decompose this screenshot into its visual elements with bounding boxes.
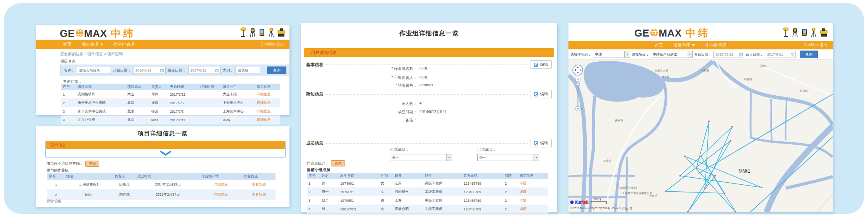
map-canvas[interactable]: 轨迹1 尚家湾大桥 渔光路 叶春村 马桥村 金星村 吴家甸 周家浜 央市圩 长兴… xyxy=(568,60,833,212)
table-link[interactable]: 详情 xyxy=(518,205,548,214)
table-cell: 周一 xyxy=(320,188,339,196)
type-input[interactable] xyxy=(237,68,259,73)
dropdown-arrow-icon: ▾ xyxy=(687,51,692,58)
promo-canvas: GEMAX 中纬 首页 项目管理 作业组管理 GeoMax 退出 您当前的位置：… xyxy=(0,0,868,217)
column-header: 项目名称 xyxy=(76,84,126,90)
table-link[interactable]: 详情 xyxy=(518,188,548,196)
select-value: 孙一 xyxy=(478,155,534,160)
search-button[interactable]: 查询 xyxy=(267,66,286,74)
calendar-icon[interactable] xyxy=(791,52,794,57)
table-link[interactable]: 详细信息 xyxy=(255,90,280,99)
start-date-label: 开始日期： xyxy=(694,52,712,57)
gnss-pole-icon xyxy=(240,27,247,38)
table-cell: 123456789 xyxy=(462,205,503,214)
field-value: geomax xyxy=(419,83,433,88)
workload-query-button[interactable]: 查询 xyxy=(331,160,345,166)
svg-text:央市圩: 央市圩 xyxy=(649,194,657,197)
table-link[interactable]: 详细信息 xyxy=(255,99,280,107)
globe-icon xyxy=(75,29,84,39)
logo-text-max: MAX xyxy=(659,27,682,39)
start-date-input[interactable] xyxy=(715,52,739,57)
table-cell: 徕卡技术中心测试 xyxy=(76,107,126,116)
field-label: 登录账号： xyxy=(398,83,417,88)
pencil-icon xyxy=(534,62,539,67)
group-query-button[interactable]: 查询 xyxy=(85,161,99,167)
calendar-icon[interactable] xyxy=(739,52,743,57)
svg-text:吴家甸: 吴家甸 xyxy=(615,119,623,122)
table-row: 2leica刘红试2016年2月24日详细信息查看轨迹 xyxy=(47,190,275,200)
edit-extra-button[interactable]: 编辑 xyxy=(530,90,552,98)
table-cell: 女 xyxy=(379,188,393,196)
project-query-window: GEMAX 中纬 首页 项目管理 作业组管理 GeoMax 退出 您当前的位置：… xyxy=(36,25,289,115)
nav-group-management[interactable]: 作业组管理 xyxy=(705,42,726,48)
nav-group-management[interactable]: 作业组管理 xyxy=(113,42,135,47)
edit-members-button[interactable]: 编辑 xyxy=(530,139,552,147)
table-row: 1滨湖路项目大连何伟2017/3/22大连市政详细信息 xyxy=(61,90,280,99)
table-link[interactable]: 详细信息 xyxy=(255,116,280,124)
table-link[interactable]: 查看轨迹 xyxy=(242,190,275,200)
nav-project-management[interactable]: 项目管理 xyxy=(673,42,695,48)
nav-home[interactable]: 首页 xyxy=(655,42,663,48)
field-value: 2014年12月9日 xyxy=(419,109,446,115)
nav-project-label: 项目管理 xyxy=(81,42,99,47)
table-row: 1上海测量组1庆晓凡2014年11月29日详细信息查看轨迹 xyxy=(47,180,275,190)
workload-stats-row: 作业量统计： 查询 xyxy=(307,160,345,166)
table-cell: 上海技术中心 xyxy=(221,107,255,116)
field-label: 备注： xyxy=(405,118,417,122)
track-search-button[interactable]: 查询 xyxy=(800,51,818,58)
logo-text-ge: GE xyxy=(634,27,650,39)
column-header: 结束时间 xyxy=(199,84,221,90)
machine-sensor-icon xyxy=(819,27,828,38)
nav-project-management[interactable]: 项目管理 xyxy=(81,42,103,47)
end-date-input[interactable] xyxy=(190,68,215,73)
table-cell: 2 xyxy=(47,190,65,200)
project-select[interactable]: 中纬新产品测试▾ xyxy=(651,51,693,58)
table-cell: 1 xyxy=(47,180,65,190)
table-link[interactable]: 详细信息 xyxy=(255,107,280,116)
nav-home-label: 首页 xyxy=(655,42,663,48)
group-select-label: 选择作业组： xyxy=(570,52,591,57)
table-link[interactable]: 详情 xyxy=(518,179,548,188)
project-name-input[interactable] xyxy=(78,68,109,73)
table-link[interactable]: 详情 xyxy=(518,196,548,205)
logout-link[interactable]: GeoMax 退出 xyxy=(260,42,284,47)
selected-members-select[interactable]: 孙一▾ xyxy=(477,154,539,161)
start-date-input[interactable] xyxy=(135,68,160,73)
section-member-info: 成员信息 编辑 xyxy=(306,138,552,148)
groups-table: 序号组名负责人成立时间作业组详情作业轨迹1上海测量组1庆晓凡2014年11月29… xyxy=(47,173,275,200)
table-cell: 江苏 xyxy=(393,179,423,188)
table-cell: 徕卡技术中心测试 xyxy=(76,99,126,107)
section-members-label: 成员信息 xyxy=(306,140,323,146)
column-header: 员工信息 xyxy=(518,173,548,179)
svg-text:国腾华星农业有限公司: 国腾华星农业有限公司 xyxy=(625,192,652,195)
field-member-count: 总人数：4 xyxy=(359,101,491,107)
end-date-input[interactable] xyxy=(766,52,791,57)
pencil-icon xyxy=(534,92,539,96)
geomax-logo: GEMAX 中纬 xyxy=(634,26,710,40)
selected-members-select-group: 已选成员： 孙一▾ xyxy=(477,147,539,161)
logout-link[interactable]: GeoMax 退出 xyxy=(804,42,827,48)
select-value: 中纬新产品测试 xyxy=(651,52,687,57)
table-link[interactable]: 详细信息 xyxy=(200,190,242,200)
edit-basic-button[interactable]: 编辑 xyxy=(530,60,552,69)
group-select[interactable]: 中纬▾ xyxy=(593,51,630,58)
calendar-icon[interactable] xyxy=(160,68,164,73)
group-query-label: 项目作业组信息查询： xyxy=(47,161,83,166)
collapse-toggle[interactable] xyxy=(46,149,285,158)
track-label: 轨迹1 xyxy=(738,168,750,174)
table-cell: 123456789 xyxy=(462,179,503,188)
nav-project-label: 项目管理 xyxy=(673,42,690,48)
group-detail-window: 作业组详细信息一览 用户详细信息 基本信息 编辑 *作业组名称：中纬 *小组负责… xyxy=(301,23,557,212)
available-members-select[interactable]: 张一▾ xyxy=(390,154,452,161)
field-group-name: *作业组名称：中纬 xyxy=(359,66,491,72)
table-cell: 大连市政 xyxy=(221,90,255,99)
calendar-icon[interactable] xyxy=(215,68,219,73)
theodolite-icon xyxy=(268,27,275,38)
members-table: 序号姓名出生日期性别籍贯职位联系电话权限员工信息1孙一1974/6/1女江苏高级… xyxy=(307,173,548,214)
table-link[interactable]: 查看轨迹 xyxy=(242,180,275,190)
table-link[interactable]: 详细信息 xyxy=(200,180,242,190)
workload-stats-label: 作业量统计： xyxy=(307,161,329,166)
breadcrumb: 您当前的位置：项目信息 > 项目查询 xyxy=(60,51,123,57)
user-detail-bar: 用户详细信息 xyxy=(304,48,554,57)
nav-home[interactable]: 首页 xyxy=(63,42,71,47)
